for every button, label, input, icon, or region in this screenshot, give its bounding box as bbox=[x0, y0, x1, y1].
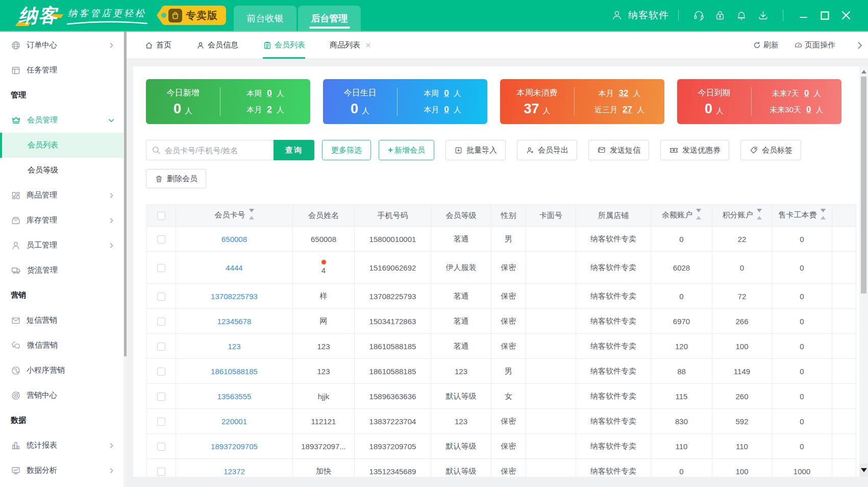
page-tab[interactable]: 首页 bbox=[144, 32, 171, 59]
toolbar-button[interactable]: 发送短信 bbox=[588, 140, 649, 160]
sidebar-subitem[interactable]: 会员等级 bbox=[0, 158, 127, 183]
scroll-up-icon[interactable] bbox=[859, 67, 868, 76]
row-checkbox[interactable] bbox=[157, 443, 165, 451]
cell-points: 266 bbox=[712, 309, 772, 334]
sidebar-subitem[interactable]: 会员列表 bbox=[0, 133, 127, 158]
column-label: 售卡工本费 bbox=[779, 210, 817, 219]
sidebar-item[interactable]: 会员管理 bbox=[0, 108, 127, 133]
member-card-link[interactable]: 18937209705 bbox=[211, 442, 258, 451]
row-checkbox[interactable] bbox=[157, 393, 165, 401]
subrow-value[interactable]: 0 bbox=[444, 88, 449, 99]
subrow-unit: 人 bbox=[816, 105, 824, 115]
toolbar-button[interactable]: 发送优惠券 bbox=[660, 140, 729, 160]
lock-icon[interactable] bbox=[714, 9, 726, 21]
sidebar-item[interactable]: 统计报表 bbox=[0, 433, 127, 458]
headset-icon[interactable] bbox=[692, 9, 705, 21]
row-checkbox[interactable] bbox=[157, 468, 165, 476]
topbar-tab-cashier[interactable]: 前台收银 bbox=[234, 6, 296, 31]
cell-level: 123 bbox=[431, 409, 491, 434]
row-checkbox[interactable] bbox=[157, 264, 165, 272]
analysis-icon bbox=[11, 466, 21, 476]
select-all-checkbox[interactable] bbox=[157, 212, 165, 220]
member-card-link[interactable]: 220001 bbox=[221, 417, 247, 426]
subrow-value[interactable]: 0 bbox=[267, 88, 271, 99]
sort-icon[interactable] bbox=[696, 209, 701, 220]
row-checkbox[interactable] bbox=[157, 318, 165, 326]
sort-icon[interactable] bbox=[249, 209, 254, 220]
member-card-link[interactable]: 18610588185 bbox=[211, 367, 258, 376]
cell-gender: 男 bbox=[491, 359, 526, 384]
sidebar-item[interactable]: 商品管理 bbox=[0, 183, 127, 208]
sidebar-item[interactable]: 小程序营销 bbox=[0, 358, 127, 383]
sidebar-item[interactable]: 营销中心 bbox=[0, 383, 127, 408]
panel-scrollbar-track[interactable] bbox=[859, 66, 868, 477]
search-input[interactable] bbox=[165, 146, 267, 155]
toolbar-button[interactable]: 更多筛选 bbox=[322, 140, 371, 160]
toolbar-button[interactable]: 会员导出 bbox=[517, 140, 577, 160]
cell-extra bbox=[832, 384, 856, 409]
column-header[interactable]: 会员卡号 bbox=[176, 205, 293, 227]
add-member-button[interactable]: +新增会员 bbox=[379, 140, 434, 160]
sidebar-item[interactable]: 微信营销 bbox=[0, 333, 127, 358]
toolbar-button[interactable]: 会员标签 bbox=[740, 140, 801, 160]
row-checkbox[interactable] bbox=[157, 235, 165, 243]
coupon-icon bbox=[669, 145, 679, 155]
cell-name: 样 bbox=[293, 284, 355, 309]
close-tab-icon[interactable] bbox=[365, 42, 371, 48]
sidebar-item[interactable]: 任务管理 bbox=[0, 58, 127, 83]
maximize-icon[interactable] bbox=[817, 8, 832, 23]
download-icon[interactable] bbox=[757, 9, 769, 21]
page-tab[interactable]: 商品列表 bbox=[330, 32, 371, 59]
account[interactable]: 纳客软件 bbox=[611, 9, 669, 22]
page-tab[interactable]: 会员信息 bbox=[196, 32, 238, 59]
sidebar-item[interactable]: 货流管理 bbox=[0, 258, 127, 283]
page-actions[interactable]: 页面操作 bbox=[794, 40, 835, 50]
column-header[interactable]: 售卡工本费 bbox=[772, 205, 832, 227]
page-tab[interactable]: 会员列表 bbox=[263, 32, 305, 59]
subrow-value[interactable]: 2 bbox=[267, 105, 271, 115]
refresh-action[interactable]: 刷新 bbox=[753, 40, 779, 50]
sidebar-item[interactable]: 数据分析 bbox=[0, 458, 127, 483]
row-checkbox[interactable] bbox=[157, 368, 165, 376]
subrow-value[interactable]: 27 bbox=[623, 105, 632, 115]
search-button[interactable]: 查询 bbox=[274, 140, 314, 160]
panel-scrollbar-thumb[interactable] bbox=[861, 77, 866, 294]
member-card-link[interactable]: 12345678 bbox=[217, 317, 252, 326]
subrow-value[interactable]: 0 bbox=[804, 88, 809, 99]
member-card-link[interactable]: 4444 bbox=[226, 263, 242, 272]
toolbar-button[interactable]: 批量导入 bbox=[445, 140, 506, 160]
row-checkbox[interactable] bbox=[157, 418, 165, 426]
sidebar-label: 货流管理 bbox=[27, 265, 58, 275]
subrow-value[interactable]: 32 bbox=[618, 88, 628, 99]
minimize-icon[interactable] bbox=[796, 8, 811, 23]
toolbar-button[interactable]: 删除会员 bbox=[146, 169, 206, 188]
sidebar-item[interactable]: 订单中心 bbox=[0, 33, 127, 58]
topbar-divider bbox=[678, 10, 679, 21]
sort-icon[interactable] bbox=[821, 209, 826, 220]
sort-icon[interactable] bbox=[757, 209, 762, 220]
member-card-link[interactable]: 13563555 bbox=[217, 392, 252, 401]
row-checkbox[interactable] bbox=[157, 343, 165, 351]
sidebar-item[interactable]: 短信营销 bbox=[0, 308, 127, 333]
cell-card_no: 13708225793 bbox=[176, 284, 293, 309]
member-card-link[interactable]: 13708225793 bbox=[211, 292, 258, 301]
topbar-tab-backstage[interactable]: 后台管理 bbox=[298, 6, 361, 31]
sidebar-item[interactable]: 库存管理 bbox=[0, 208, 127, 233]
column-header[interactable]: 积分账户 bbox=[712, 205, 772, 227]
cell-card_no: 220001 bbox=[176, 409, 293, 434]
member-card-link[interactable]: 12372 bbox=[224, 467, 245, 476]
row-checkbox[interactable] bbox=[157, 293, 165, 301]
member-card-link[interactable]: 123 bbox=[228, 342, 240, 351]
sidebar-item[interactable]: 员工管理 bbox=[0, 233, 127, 258]
sidebar-scrollbar-track[interactable] bbox=[123, 32, 127, 487]
scroll-down-icon[interactable] bbox=[859, 464, 868, 477]
close-icon[interactable] bbox=[838, 8, 854, 23]
bell-icon[interactable] bbox=[735, 9, 748, 21]
subrow-value[interactable]: 0 bbox=[806, 105, 811, 115]
sidebar-scrollbar-thumb[interactable] bbox=[124, 32, 127, 356]
page-tabbar: 首页会员信息会员列表商品列表 刷新页面操作 bbox=[127, 32, 868, 59]
column-header[interactable]: 余额账户 bbox=[651, 205, 712, 227]
chevron-right-icon[interactable] bbox=[856, 41, 864, 50]
subrow-value[interactable]: 0 bbox=[444, 105, 449, 115]
member-card-link[interactable]: 650008 bbox=[221, 235, 247, 243]
